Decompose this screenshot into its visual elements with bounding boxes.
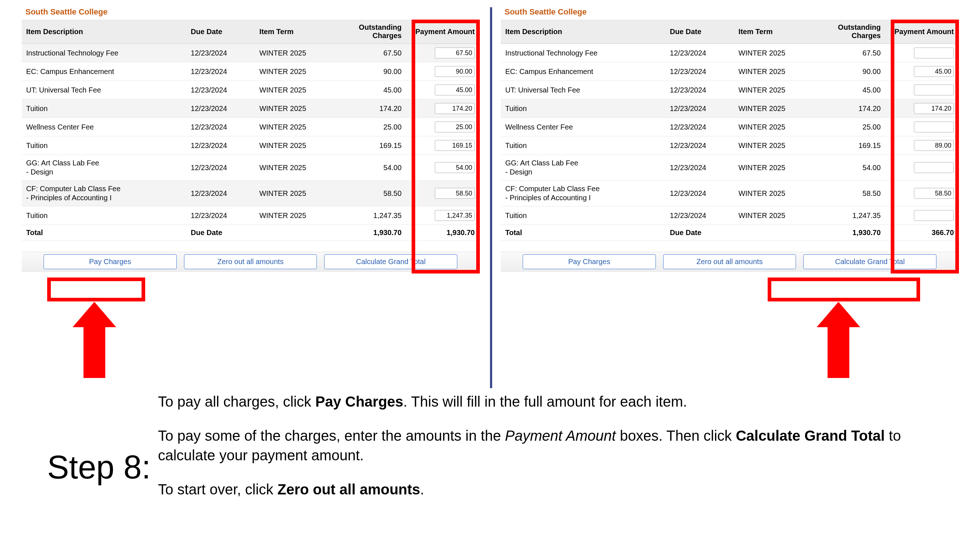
cell-outstanding: 54.00 <box>812 155 885 181</box>
table-row: UT: Universal Tech Fee12/23/2024WINTER 2… <box>501 81 958 99</box>
cell-due-date: 12/23/2024 <box>186 155 255 181</box>
cell-item-term: WINTER 2025 <box>734 137 812 155</box>
cell-payment <box>885 81 958 99</box>
th-term: Item Term <box>734 20 812 44</box>
th-term: Item Term <box>255 20 333 44</box>
cell-item-term: WINTER 2025 <box>734 118 812 137</box>
cell-due-date: 12/23/2024 <box>186 206 255 225</box>
cell-due-date: 12/23/2024 <box>666 181 734 206</box>
payment-amount-input[interactable] <box>435 103 475 114</box>
payment-amount-input[interactable] <box>435 162 475 173</box>
payment-amount-input[interactable] <box>435 66 475 77</box>
payment-amount-input[interactable] <box>435 48 475 59</box>
cell-due-date: 12/23/2024 <box>186 99 255 118</box>
th-date: Due Date <box>186 20 255 44</box>
cell-payment <box>406 181 479 206</box>
table-row: Wellness Center Fee12/23/2024WINTER 2025… <box>501 118 958 137</box>
cell-item-term: WINTER 2025 <box>734 62 812 81</box>
table-row: Instructional Technology Fee12/23/2024WI… <box>501 44 958 62</box>
table-row: Tuition12/23/2024WINTER 20251,247.35 <box>22 206 479 225</box>
th-date: Due Date <box>666 20 734 44</box>
cell-outstanding: 174.20 <box>812 99 885 118</box>
highlight-pay-charges-button <box>47 278 145 302</box>
college-title: South Seattle College <box>22 7 479 17</box>
cell-payment <box>885 181 958 206</box>
cell-payment <box>885 99 958 118</box>
payment-amount-input[interactable] <box>914 140 954 151</box>
pay-charges-button[interactable]: Pay Charges <box>523 254 656 269</box>
cell-due-date: 12/23/2024 <box>666 44 734 62</box>
cell-payment <box>406 155 479 181</box>
zero-out-button[interactable]: Zero out all amounts <box>184 254 317 269</box>
calculate-grand-total-button[interactable]: Calculate Grand Total <box>803 254 937 269</box>
zero-out-button[interactable]: Zero out all amounts <box>663 254 796 269</box>
payment-amount-input[interactable] <box>914 48 954 59</box>
cell-outstanding: 90.00 <box>333 62 406 81</box>
cell-outstanding: 169.15 <box>333 137 406 155</box>
cell-item-term: WINTER 2025 <box>255 137 333 155</box>
payment-amount-input[interactable] <box>914 122 954 132</box>
th-outstanding: Outstanding Charges <box>812 20 885 44</box>
cell-due-date: 12/23/2024 <box>186 137 255 155</box>
cell-due-date: 12/23/2024 <box>186 44 255 62</box>
cell-payment <box>406 206 479 225</box>
payment-amount-input[interactable] <box>435 140 475 151</box>
table-row: CF: Computer Lab Class Fee- Principles o… <box>501 181 958 206</box>
cell-due-date: 12/23/2024 <box>666 137 734 155</box>
calculate-grand-total-button[interactable]: Calculate Grand Total <box>324 254 457 269</box>
payment-amount-input[interactable] <box>914 162 954 173</box>
table-row: UT: Universal Tech Fee12/23/2024WINTER 2… <box>22 81 479 99</box>
cell-item-term: WINTER 2025 <box>255 181 333 206</box>
cell-payment <box>885 155 958 181</box>
payment-amount-input[interactable] <box>914 84 954 95</box>
payment-amount-input[interactable] <box>435 122 475 132</box>
arrow-up-icon <box>820 302 857 378</box>
cell-payment <box>406 118 479 137</box>
cell-description: CF: Computer Lab Class Fee- Principles o… <box>501 181 666 206</box>
payment-amount-input[interactable] <box>914 210 954 221</box>
cell-due-date: 12/23/2024 <box>666 118 734 137</box>
cell-description: GG: Art Class Lab Fee- Design <box>501 155 666 181</box>
payment-amount-input[interactable] <box>914 103 954 114</box>
cell-payment <box>406 44 479 62</box>
table-row: CF: Computer Lab Class Fee- Principles o… <box>22 181 479 206</box>
cell-outstanding: 169.15 <box>812 137 885 155</box>
cell-due-date: 12/23/2024 <box>666 206 734 225</box>
pay-charges-button[interactable]: Pay Charges <box>43 254 177 269</box>
th-desc: Item Description <box>501 20 666 44</box>
payment-amount-input[interactable] <box>435 188 475 199</box>
cell-description: GG: Art Class Lab Fee- Design <box>22 155 186 181</box>
cell-item-term: WINTER 2025 <box>255 81 333 99</box>
cell-description: Wellness Center Fee <box>22 118 186 137</box>
cell-item-term: WINTER 2025 <box>255 206 333 225</box>
cell-outstanding: 58.50 <box>333 181 406 206</box>
cell-description: EC: Campus Enhancement <box>22 62 186 81</box>
cell-due-date: 12/23/2024 <box>666 155 734 181</box>
payment-amount-input[interactable] <box>914 188 954 199</box>
cell-outstanding: 67.50 <box>812 44 885 62</box>
payment-amount-input[interactable] <box>435 210 475 221</box>
cell-outstanding: 67.50 <box>333 44 406 62</box>
payment-amount-input[interactable] <box>914 66 954 77</box>
arrow-up-icon <box>76 302 113 378</box>
cell-outstanding: 54.00 <box>333 155 406 181</box>
cell-outstanding: 45.00 <box>812 81 885 99</box>
table-row: EC: Campus Enhancement12/23/2024WINTER 2… <box>22 62 479 81</box>
payment-amount-input[interactable] <box>435 84 475 95</box>
charges-table-left: Item Description Due Date Item Term Outs… <box>22 20 479 241</box>
cell-item-term: WINTER 2025 <box>255 99 333 118</box>
cell-item-term: WINTER 2025 <box>255 44 333 62</box>
cell-item-term: WINTER 2025 <box>734 44 812 62</box>
cell-payment <box>885 62 958 81</box>
table-row: Wellness Center Fee12/23/2024WINTER 2025… <box>22 118 479 137</box>
cell-description: UT: Universal Tech Fee <box>501 81 666 99</box>
cell-due-date: 12/23/2024 <box>186 81 255 99</box>
th-desc: Item Description <box>22 20 186 44</box>
college-title: South Seattle College <box>501 7 958 17</box>
cell-description: CF: Computer Lab Class Fee- Principles o… <box>22 181 186 206</box>
instructions-block: Step 8: To pay all charges, click Pay Ch… <box>47 392 933 514</box>
cell-due-date: 12/23/2024 <box>186 62 255 81</box>
cell-outstanding: 1,247.35 <box>812 206 885 225</box>
cell-payment <box>885 118 958 137</box>
vertical-divider <box>490 7 492 388</box>
